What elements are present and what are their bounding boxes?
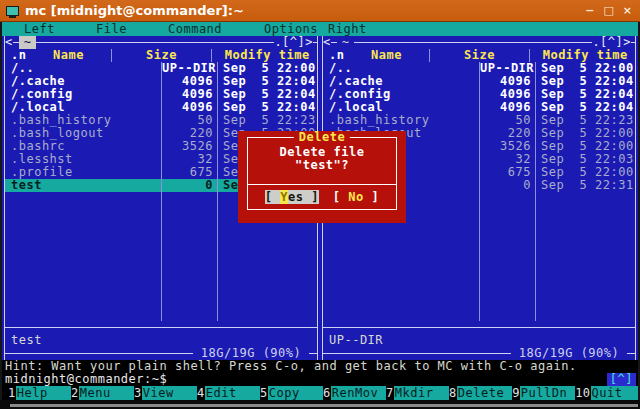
free-space: 18G/19G (90%) bbox=[193, 347, 309, 360]
delete-dialog: Delete Delete file "test"? [ Yes ] [ No … bbox=[238, 131, 406, 223]
file-name: /.. bbox=[323, 62, 479, 75]
history-up-icon[interactable]: [^] bbox=[607, 373, 636, 386]
file-name: test bbox=[5, 179, 161, 192]
maximize-icon[interactable]: □ bbox=[603, 4, 613, 17]
menu-item-left[interactable]: Left bbox=[24, 22, 55, 36]
fkey-copy[interactable]: 5Copy bbox=[260, 386, 323, 400]
function-key-bar: 1Help 2Menu 3View 4Edit 5Copy 6RenMov 7M… bbox=[2, 386, 638, 400]
file-name: .lesshst bbox=[5, 153, 161, 166]
divider bbox=[331, 36, 337, 49]
sort-indicator[interactable]: .n bbox=[11, 49, 26, 62]
terminal: Left File Command Options Right < ~ .[^]… bbox=[0, 22, 640, 400]
divider bbox=[354, 36, 592, 49]
fkey-view[interactable]: 3View bbox=[134, 386, 197, 400]
fkey-help[interactable]: 1Help bbox=[8, 386, 71, 400]
dialog-message-line2: "test"? bbox=[248, 159, 396, 172]
free-space: 18G/19G (90%) bbox=[511, 347, 627, 360]
panel-bottom-border: 18G/19G (90%) bbox=[5, 347, 317, 360]
fkey-edit[interactable]: 4Edit bbox=[197, 386, 260, 400]
file-name: /.config bbox=[5, 88, 161, 101]
fkey-renmov[interactable]: 6RenMov bbox=[323, 386, 386, 400]
divider bbox=[13, 36, 19, 49]
panel-back-icon[interactable]: < bbox=[323, 36, 331, 49]
yes-hotkey: Y bbox=[280, 190, 288, 204]
file-name: /.cache bbox=[323, 75, 479, 88]
file-name: /.local bbox=[5, 101, 161, 114]
menu-bar: Left File Command Options Right bbox=[2, 22, 638, 36]
yes-button[interactable]: [ Yes ] bbox=[265, 190, 319, 204]
menu-item-right[interactable]: Right bbox=[328, 22, 367, 36]
file-name: .bash_logout bbox=[5, 127, 161, 140]
fkey-mkdir[interactable]: 7Mkdir bbox=[386, 386, 449, 400]
fkey-delete[interactable]: 8Delete bbox=[449, 386, 512, 400]
file-name: /.. bbox=[5, 62, 161, 75]
no-button[interactable]: [ No ] bbox=[333, 190, 379, 204]
file-name: .bash_history bbox=[323, 114, 479, 127]
file-name: .bash_history bbox=[5, 114, 161, 127]
window-title: mc [midnight@commander]:~ bbox=[25, 3, 244, 18]
menu-item-command[interactable]: Command bbox=[168, 22, 222, 36]
command-line[interactable]: midnight@commander:~$ [^] bbox=[2, 373, 638, 386]
mini-status-divider bbox=[323, 321, 635, 334]
fkey-quit[interactable]: 10Quit bbox=[575, 386, 638, 400]
fkey-pulldn[interactable]: 9PullDn bbox=[512, 386, 575, 400]
column-header-name[interactable]: Name bbox=[344, 49, 428, 62]
column-header-name[interactable]: Name bbox=[26, 49, 110, 62]
window-bottom-edge bbox=[0, 400, 640, 409]
panel-bottom-border: 18G/19G (90%) bbox=[323, 347, 635, 360]
file-size: 0 bbox=[161, 179, 217, 192]
panels-area: < ~ .[^]> .nName Size Modify time /..UP-… bbox=[2, 36, 638, 360]
no-hotkey: No bbox=[348, 190, 363, 204]
mini-status-divider bbox=[5, 321, 317, 334]
file-name: /.cache bbox=[5, 75, 161, 88]
file-name: /.config bbox=[323, 88, 479, 101]
mc-window: mc [midnight@commander]:~ − □ × Left Fil… bbox=[0, 0, 640, 409]
menu-item-file[interactable]: File bbox=[96, 22, 127, 36]
minimize-icon[interactable]: − bbox=[585, 4, 594, 17]
terminal-monitor-icon bbox=[6, 6, 19, 16]
dialog-title: Delete bbox=[294, 131, 350, 144]
sort-indicator[interactable]: .n bbox=[329, 49, 344, 62]
shell-prompt: midnight@commander:~$ bbox=[5, 373, 167, 386]
file-name: .bashrc bbox=[5, 140, 161, 153]
menu-item-options[interactable]: Options bbox=[264, 22, 318, 36]
divider bbox=[313, 36, 317, 49]
panel-back-icon[interactable]: < bbox=[5, 36, 13, 49]
file-mtime: Sep 5 22:31 bbox=[535, 179, 635, 192]
divider bbox=[631, 36, 635, 49]
fkey-menu[interactable]: 2Menu bbox=[71, 386, 134, 400]
file-name: .profile bbox=[5, 166, 161, 179]
divider bbox=[36, 36, 274, 49]
file-name: /.local bbox=[323, 101, 479, 114]
panel-path-tab[interactable]: ~ bbox=[337, 36, 355, 49]
panel-path-tab[interactable]: ~ bbox=[19, 36, 37, 49]
file-size: 0 bbox=[479, 179, 535, 192]
window-titlebar[interactable]: mc [midnight@commander]:~ − □ × bbox=[0, 0, 640, 22]
close-icon[interactable]: × bbox=[623, 4, 632, 17]
